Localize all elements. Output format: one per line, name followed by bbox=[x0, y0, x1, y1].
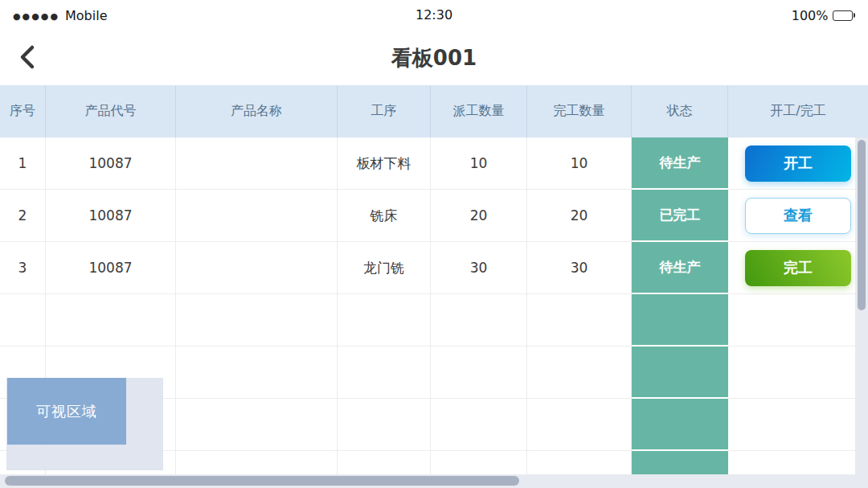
back-button[interactable] bbox=[13, 42, 42, 74]
cell-product_name bbox=[176, 242, 338, 294]
column-header-product_name: 产品名称 bbox=[176, 85, 338, 137]
battery-percent-label: 100% bbox=[792, 8, 829, 23]
table-row bbox=[0, 294, 868, 347]
cell-process bbox=[338, 347, 431, 399]
action-cell bbox=[728, 347, 868, 399]
cell-completed: 20 bbox=[527, 190, 632, 242]
carrier-group: ●●●●● Mobile bbox=[13, 8, 107, 23]
cell-dispatched bbox=[431, 347, 527, 399]
column-header-product_code: 产品代号 bbox=[46, 85, 176, 137]
action-cell: 完工 bbox=[728, 242, 868, 294]
cell-completed bbox=[527, 294, 632, 347]
horizontal-scrollbar-thumb[interactable] bbox=[5, 476, 519, 486]
cell-process bbox=[338, 399, 431, 451]
carrier-label: Mobile bbox=[65, 8, 107, 23]
column-header-seq: 序号 bbox=[0, 85, 46, 137]
cell-seq: 1 bbox=[0, 137, 46, 190]
viewport-overlay[interactable]: 可视区域 bbox=[7, 378, 126, 445]
action-cell bbox=[728, 294, 868, 347]
cell-process bbox=[338, 294, 431, 347]
column-header-status: 状态 bbox=[632, 85, 728, 137]
table-row: 110087板材下料1010待生产开工 bbox=[0, 137, 868, 190]
action-cell bbox=[728, 399, 868, 451]
cell-product_name bbox=[176, 137, 338, 190]
cell-product_code: 10087 bbox=[46, 190, 176, 242]
cell-product_name bbox=[176, 399, 338, 451]
cell-seq: 2 bbox=[0, 190, 46, 242]
cell-seq: 3 bbox=[0, 242, 46, 294]
action-button[interactable]: 完工 bbox=[745, 250, 851, 286]
table-row: 310087龙门铣3030待生产完工 bbox=[0, 242, 868, 294]
cell-seq bbox=[0, 294, 46, 347]
horizontal-scrollbar-track[interactable] bbox=[0, 474, 868, 488]
clock-time: 12:30 bbox=[416, 7, 452, 23]
status-badge bbox=[632, 294, 728, 347]
action-button[interactable]: 开工 bbox=[745, 146, 851, 182]
cell-completed: 30 bbox=[527, 242, 632, 294]
status-badge bbox=[632, 399, 728, 451]
cell-product_code bbox=[46, 294, 176, 347]
vertical-scrollbar-thumb[interactable] bbox=[858, 140, 866, 310]
status-badge: 待生产 bbox=[632, 137, 728, 190]
cell-dispatched bbox=[431, 294, 527, 347]
chevron-left-icon bbox=[17, 44, 38, 72]
action-button[interactable]: 查看 bbox=[745, 198, 851, 234]
nav-bar: 看板001 bbox=[0, 31, 868, 85]
battery-icon bbox=[833, 10, 856, 21]
cell-dispatched: 20 bbox=[431, 190, 527, 242]
column-header-dispatched: 派工数量 bbox=[431, 85, 527, 137]
status-badge: 待生产 bbox=[632, 242, 728, 294]
vertical-scrollbar-track[interactable] bbox=[855, 137, 868, 474]
cell-completed bbox=[527, 347, 632, 399]
cell-product_code: 10087 bbox=[46, 242, 176, 294]
cell-dispatched bbox=[431, 399, 527, 451]
column-header-completed: 完工数量 bbox=[527, 85, 632, 137]
cell-dispatched: 10 bbox=[431, 137, 527, 190]
cell-completed: 10 bbox=[527, 137, 632, 190]
cell-process: 铣床 bbox=[338, 190, 431, 242]
cell-product_name bbox=[176, 294, 338, 347]
action-cell: 查看 bbox=[728, 190, 868, 242]
cell-process: 板材下料 bbox=[338, 137, 431, 190]
table-header-row: 序号产品代号产品名称工序派工数量完工数量状态开工/完工 bbox=[0, 85, 868, 137]
viewport-overlay-label: 可视区域 bbox=[36, 402, 97, 421]
table-row: 210087铣床2020已完工查看 bbox=[0, 190, 868, 242]
cell-completed bbox=[527, 399, 632, 451]
column-header-action: 开工/完工 bbox=[728, 85, 868, 137]
cell-product_name bbox=[176, 190, 338, 242]
cell-dispatched: 30 bbox=[431, 242, 527, 294]
action-cell: 开工 bbox=[728, 137, 868, 190]
page-title: 看板001 bbox=[391, 44, 477, 72]
cell-process: 龙门铣 bbox=[338, 242, 431, 294]
status-bar: ●●●●● Mobile 12:30 100% bbox=[0, 0, 868, 31]
status-badge bbox=[632, 347, 728, 399]
signal-strength-icon: ●●●●● bbox=[13, 10, 59, 22]
status-badge: 已完工 bbox=[632, 190, 728, 242]
column-header-process: 工序 bbox=[338, 85, 431, 137]
cell-product_name bbox=[176, 347, 338, 399]
cell-product_code: 10087 bbox=[46, 137, 176, 190]
